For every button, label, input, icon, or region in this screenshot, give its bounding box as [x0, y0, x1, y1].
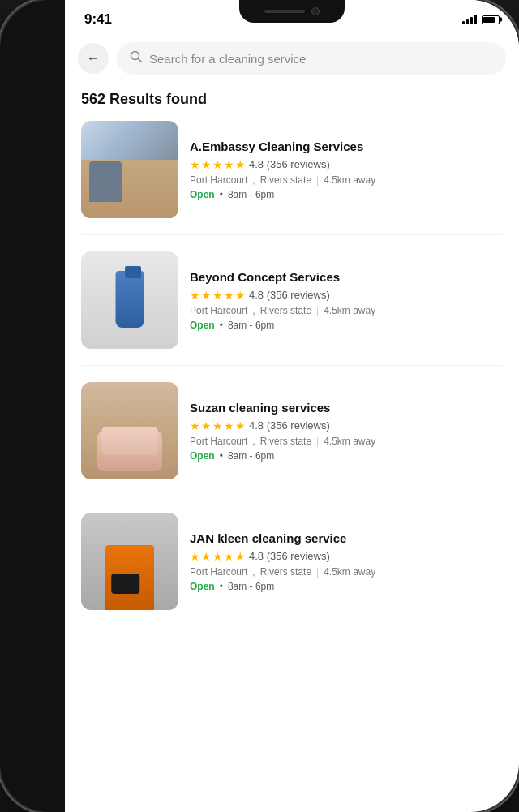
- service-info-beyond: Beyond Concept Services ★ ★ ★ ★ ★ 4.8 (3…: [190, 251, 503, 349]
- divider-3: [81, 496, 503, 496]
- stars-jan: ★ ★ ★ ★ ★: [190, 550, 246, 563]
- stars-suzan: ★ ★ ★ ★ ★: [190, 419, 246, 432]
- service-image-suzan: [81, 382, 178, 479]
- speaker: [264, 10, 305, 13]
- service-list: A.Embassy Cleaning Services ★ ★ ★ ★ ★ 4.…: [65, 121, 519, 610]
- service-hours-beyond: Open • 8am - 6pm: [190, 320, 503, 331]
- service-location-beyond: Port Harcourt, Rivers state | 4.5km away: [190, 305, 503, 316]
- service-card-suzan[interactable]: Suzan cleaning services ★ ★ ★ ★ ★ 4.8 (3…: [81, 382, 503, 479]
- star-3: ★: [212, 158, 223, 171]
- service-info-jan: JAN kleen cleaning service ★ ★ ★ ★ ★ 4.8…: [190, 513, 503, 610]
- service-rating-embassy: ★ ★ ★ ★ ★ 4.8 (356 reviews): [190, 158, 503, 171]
- rating-value-embassy: 4.8 (356 reviews): [249, 158, 330, 170]
- service-location-suzan: Port Harcourt, Rivers state | 4.5km away: [190, 436, 503, 447]
- open-badge-beyond: Open: [190, 320, 215, 331]
- stars-beyond: ★ ★ ★ ★ ★: [190, 289, 246, 302]
- service-name-embassy: A.Embassy Cleaning Services: [190, 139, 503, 155]
- service-card-embassy[interactable]: A.Embassy Cleaning Services ★ ★ ★ ★ ★ 4.…: [81, 121, 503, 218]
- search-header: ← Search for a cleaning service: [65, 32, 519, 84]
- star-5: ★: [235, 158, 246, 171]
- divider-1: [81, 234, 503, 235]
- signal-icon: [462, 15, 477, 24]
- divider-2: [81, 365, 503, 366]
- hours-jan: 8am - 6pm: [228, 581, 274, 592]
- back-arrow-icon: ←: [87, 51, 100, 66]
- battery-icon: [482, 15, 500, 24]
- service-name-beyond: Beyond Concept Services: [190, 269, 503, 286]
- stars-embassy: ★ ★ ★ ★ ★: [190, 158, 246, 171]
- search-placeholder-text: Search for a cleaning service: [149, 52, 306, 66]
- status-time: 9:41: [84, 11, 112, 28]
- service-location-embassy: Port Harcourt, Rivers state | 4.5km away: [190, 174, 503, 186]
- service-hours-embassy: Open • 8am - 6pm: [190, 189, 503, 200]
- service-image-embassy: [81, 121, 178, 218]
- open-badge-jan: Open: [190, 581, 215, 592]
- main-content: ← Search for a cleaning service 562 Resu…: [65, 32, 519, 804]
- service-hours-jan: Open • 8am - 6pm: [190, 581, 503, 592]
- star-1: ★: [190, 158, 200, 171]
- service-hours-suzan: Open • 8am - 6pm: [190, 450, 503, 462]
- results-count: 562 Results found: [65, 84, 519, 121]
- service-info-embassy: A.Embassy Cleaning Services ★ ★ ★ ★ ★ 4.…: [190, 121, 503, 218]
- open-badge-suzan: Open: [190, 450, 215, 462]
- service-rating-jan: ★ ★ ★ ★ ★ 4.8 (356 reviews): [190, 550, 503, 563]
- status-icons: [462, 15, 500, 24]
- service-rating-beyond: ★ ★ ★ ★ ★ 4.8 (356 reviews): [190, 289, 503, 302]
- service-name-jan: JAN kleen cleaning service: [190, 531, 503, 547]
- search-icon: [130, 50, 143, 67]
- back-button[interactable]: ←: [78, 43, 109, 74]
- hours-embassy: 8am - 6pm: [228, 189, 274, 200]
- service-image-jan: [81, 513, 178, 610]
- rating-value-beyond: 4.8 (356 reviews): [249, 289, 330, 301]
- hours-suzan: 8am - 6pm: [228, 450, 274, 462]
- front-camera: [311, 7, 320, 15]
- service-rating-suzan: ★ ★ ★ ★ ★ 4.8 (356 reviews): [190, 419, 503, 432]
- star-4: ★: [224, 158, 234, 171]
- rating-value-suzan: 4.8 (356 reviews): [249, 419, 330, 432]
- notch: [239, 0, 345, 23]
- rating-value-jan: 4.8 (356 reviews): [249, 550, 330, 562]
- service-info-suzan: Suzan cleaning services ★ ★ ★ ★ ★ 4.8 (3…: [190, 382, 503, 479]
- search-bar[interactable]: Search for a cleaning service: [117, 42, 506, 75]
- svg-line-1: [139, 59, 142, 62]
- service-name-suzan: Suzan cleaning services: [190, 400, 503, 416]
- phone-frame: 9:41 ←: [0, 0, 519, 812]
- service-card-beyond[interactable]: Beyond Concept Services ★ ★ ★ ★ ★ 4.8 (3…: [81, 251, 503, 349]
- service-image-beyond: [81, 251, 178, 349]
- service-location-jan: Port Harcourt, Rivers state | 4.5km away: [190, 566, 503, 578]
- service-card-jan[interactable]: JAN kleen cleaning service ★ ★ ★ ★ ★ 4.8…: [81, 513, 503, 610]
- star-2: ★: [201, 158, 212, 171]
- open-badge-embassy: Open: [190, 189, 215, 200]
- phone-screen: 9:41 ←: [65, 0, 519, 812]
- hours-beyond: 8am - 6pm: [228, 320, 274, 331]
